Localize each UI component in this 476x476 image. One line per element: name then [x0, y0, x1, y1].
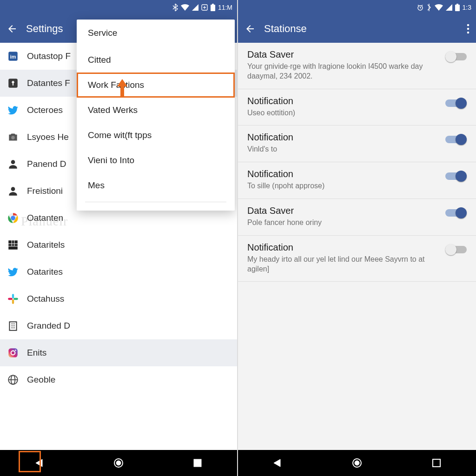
nav-home-button[interactable]: [348, 454, 366, 472]
list-item[interactable]: Oataritels: [0, 231, 237, 258]
setting-title: Data Saver: [247, 205, 441, 216]
svg-rect-1: [211, 5, 215, 11]
list-item-label: Oatarites: [27, 267, 63, 277]
right-pane: 1:3 Stationse Data SaverYour gnivide·rge…: [238, 0, 476, 476]
svg-point-8: [11, 187, 15, 191]
nav-home-button[interactable]: [109, 454, 128, 472]
svg-rect-32: [455, 5, 460, 11]
popup-item[interactable]: Work Factions: [77, 73, 235, 98]
status-time-left: 11:M: [218, 4, 232, 11]
toggle-switch[interactable]: [445, 98, 467, 110]
setting-item[interactable]: Data SaverYour gnivide·rge with lragione…: [238, 43, 476, 89]
setting-item[interactable]: NotificationTo sille (npoht approse): [238, 162, 476, 199]
svg-rect-22: [9, 322, 16, 330]
svg-point-29: [116, 461, 121, 465]
svg-rect-2: [212, 4, 214, 5]
svg-rect-19: [13, 298, 18, 300]
globe-icon: [7, 373, 20, 386]
appbar-title-right: Stationse: [264, 23, 307, 35]
svg-rect-16: [14, 244, 18, 246]
list-item-label: Panend D: [27, 159, 66, 169]
svg-rect-33: [456, 4, 458, 5]
setting-item[interactable]: NotificationVinld's to: [238, 126, 476, 162]
left-pane: 11:M Settings imOutastop FDatantes FOcte…: [0, 0, 238, 476]
setting-title: Notification: [247, 132, 441, 143]
list-item-label: Oatanten: [27, 213, 63, 223]
list-item-label: Lsyoes He: [27, 132, 69, 142]
battery-icon: [455, 4, 460, 11]
appbar-title-left: Settings: [26, 23, 63, 35]
list-item[interactable]: Enits: [0, 339, 237, 366]
person-dark-icon: [7, 185, 20, 198]
setting-item[interactable]: NotificationUseo eottition): [238, 89, 476, 126]
list-item-label: Enits: [27, 348, 46, 358]
nav-recent-button[interactable]: [188, 454, 207, 472]
toggle-switch[interactable]: [445, 134, 467, 146]
toggle-switch[interactable]: [445, 171, 467, 183]
svg-rect-21: [8, 298, 13, 300]
setting-subtitle: Your gnivide·rge with lragione lookin I4…: [247, 62, 441, 81]
popup-item[interactable]: Come wit(ft tpps: [77, 123, 235, 148]
extra-icon: [201, 4, 208, 11]
popup-item[interactable]: Mes: [77, 173, 235, 198]
settings-list-right[interactable]: Data SaverYour gnivide·rge with lragione…: [238, 43, 476, 450]
toggle-switch[interactable]: [445, 207, 467, 219]
doc-blue-icon: im: [7, 50, 20, 63]
alarm-icon: [417, 4, 423, 11]
svg-point-25: [15, 350, 16, 351]
popup-header: Service: [77, 28, 235, 47]
setting-title: Notification: [247, 96, 441, 106]
popup-item[interactable]: Vieni to Into: [77, 148, 235, 173]
svg-rect-30: [194, 459, 201, 467]
list-item-label: Granded D: [27, 321, 70, 331]
status-time-right: 1:3: [463, 4, 471, 11]
list-item[interactable]: Geoble: [0, 366, 237, 393]
popup-item[interactable]: Vated Werks: [77, 98, 235, 123]
signal-icon: [446, 4, 452, 11]
twitter-icon: [7, 265, 20, 278]
appbar-right: Stationse: [238, 15, 476, 43]
setting-title: Data Saver: [247, 49, 441, 60]
svg-point-7: [11, 160, 15, 164]
instagram-icon: [7, 346, 20, 359]
svg-rect-20: [12, 299, 14, 304]
back-icon[interactable]: [245, 23, 256, 34]
list-item[interactable]: Oatarites: [0, 258, 237, 285]
svg-text:im: im: [10, 54, 16, 60]
nav-back-button[interactable]: [268, 454, 287, 472]
camera-grey-icon: [7, 131, 20, 144]
nav-recent-button[interactable]: [427, 454, 446, 472]
setting-title: Notification: [247, 242, 441, 253]
list-item-label: Outastop F: [27, 51, 71, 61]
setting-subtitle: Useo eottition): [247, 108, 441, 118]
svg-point-36: [467, 32, 469, 34]
toggle-switch[interactable]: [445, 51, 467, 63]
setting-item[interactable]: NotificationMy heady irto all our yel le…: [238, 236, 476, 282]
popup-item[interactable]: Citted: [77, 47, 235, 73]
list-item[interactable]: Granded D: [0, 312, 237, 339]
navbar-right: [238, 450, 476, 476]
setting-title: Notification: [247, 169, 441, 179]
arrow-up-icon: [116, 79, 128, 99]
setting-subtitle: To sille (npoht approse): [247, 181, 441, 191]
nav-back-highlight: [19, 451, 41, 472]
bluetooth-icon: [172, 4, 178, 11]
twitter-icon: [7, 104, 20, 117]
divider: [85, 202, 226, 202]
person-dark-icon: [7, 158, 20, 171]
setting-subtitle: My heady irto all our yel let lind our M…: [247, 255, 441, 274]
list-item[interactable]: Octahuss: [0, 285, 237, 312]
svg-rect-18: [12, 294, 14, 298]
svg-rect-15: [12, 244, 14, 246]
setting-item[interactable]: Data SaverPole fancer hone oriny: [238, 199, 476, 236]
svg-rect-11: [8, 240, 12, 244]
toggle-switch[interactable]: [445, 244, 467, 256]
svg-rect-39: [433, 459, 440, 467]
status-bar-left: 11:M: [0, 0, 237, 15]
svg-point-34: [467, 24, 469, 26]
list-item-label: Oataritels: [27, 240, 65, 250]
overflow-menu-icon[interactable]: [467, 24, 469, 34]
svg-rect-23: [8, 348, 18, 357]
back-icon[interactable]: [7, 23, 18, 34]
wifi-icon: [181, 4, 189, 11]
